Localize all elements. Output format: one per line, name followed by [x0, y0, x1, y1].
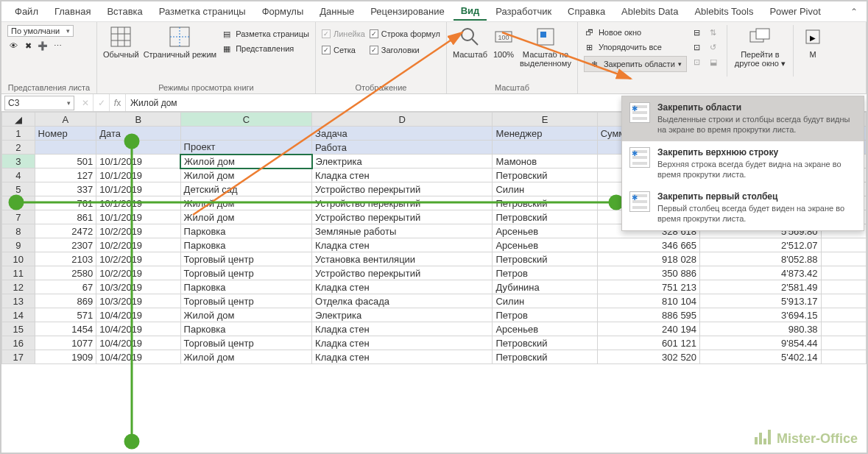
macros-button[interactable]: ▶ М [801, 25, 828, 59]
cell[interactable] [821, 308, 866, 322]
row-header[interactable]: 2 [2, 141, 35, 155]
cell[interactable]: Петровский [493, 336, 597, 350]
row-header[interactable]: 6 [2, 196, 35, 210]
row-header[interactable]: 11 [2, 266, 35, 280]
tab-file[interactable]: Файл [7, 3, 46, 20]
tab-developer[interactable]: Разработчик [488, 3, 559, 20]
tab-formulas[interactable]: Формулы [255, 3, 311, 20]
cell[interactable]: Детский сад [180, 182, 311, 196]
cell[interactable] [821, 336, 866, 350]
cell[interactable]: 571 [35, 308, 96, 322]
sheet-view-combo[interactable]: По умолчани [7, 25, 74, 37]
cell[interactable]: 5'402.14 [700, 350, 822, 364]
unhide-icon[interactable]: ⊡ [691, 56, 703, 68]
cell[interactable]: Мамонов [493, 155, 597, 169]
freeze-first-col-item[interactable]: ✱ Закрепить первый столбец Первый столбе… [622, 185, 864, 230]
tab-ablebits-data[interactable]: Ablebits Data [614, 3, 685, 20]
cell[interactable] [821, 280, 866, 294]
cell[interactable]: 10/1/2019 [96, 210, 180, 224]
cell[interactable]: Торговый центр [180, 336, 311, 350]
tab-ablebits-tools[interactable]: Ablebits Tools [687, 3, 761, 20]
cell[interactable]: 127 [35, 169, 96, 182]
cell[interactable]: 2580 [35, 266, 96, 280]
collapse-ribbon-icon[interactable]: ⌃ [847, 7, 861, 17]
tab-view[interactable]: Вид [454, 2, 487, 21]
header-cell[interactable]: Дата [96, 127, 180, 141]
tab-page-layout[interactable]: Разметка страницы [152, 3, 253, 20]
cell[interactable]: 9'854.44 [700, 336, 822, 350]
cell[interactable] [821, 350, 866, 364]
cell[interactable]: Кладка стен [312, 336, 493, 350]
cell[interactable]: 10/4/2019 [96, 350, 180, 364]
cell[interactable]: Устройство перекрытий [312, 266, 493, 280]
cell[interactable]: 10/1/2019 [96, 196, 180, 210]
zoom-100-button[interactable]: 100 100% [492, 25, 515, 59]
cell[interactable]: 501 [35, 155, 96, 169]
cell[interactable]: 5'913.17 [700, 294, 822, 308]
custom-views-button[interactable]: ▦Представления [221, 43, 309, 54]
row-header[interactable]: 3 [2, 155, 35, 169]
cell[interactable]: Жилой дом [180, 155, 311, 169]
cell[interactable]: 67 [35, 280, 96, 294]
col-header-E[interactable]: E [493, 113, 597, 127]
cell[interactable]: 1454 [35, 322, 96, 336]
cell[interactable] [821, 322, 866, 336]
cell[interactable]: 1077 [35, 336, 96, 350]
formula-bar-checkbox[interactable]: ✓Строка формул [370, 29, 440, 38]
col-header-C[interactable]: C [180, 113, 311, 127]
row-header[interactable]: 17 [2, 350, 35, 364]
sync-scroll-icon[interactable]: ⇅ [708, 26, 719, 38]
arrange-all-button[interactable]: ⊞Упорядочить все [584, 41, 687, 53]
cell[interactable]: 751 213 [597, 280, 699, 294]
cancel-formula-button[interactable]: ✕ [77, 94, 93, 111]
new-window-button[interactable]: 🗗Новое окно [584, 26, 687, 38]
options-icon[interactable]: ⋯ [52, 40, 63, 52]
row-header[interactable]: 4 [2, 169, 35, 182]
row-header[interactable]: 15 [2, 322, 35, 336]
cell[interactable]: 810 104 [597, 294, 699, 308]
enter-formula-button[interactable]: ✓ [93, 94, 110, 111]
cell[interactable]: Устройство перекрытий [312, 210, 493, 224]
cell[interactable]: Петров [493, 266, 597, 280]
cell[interactable]: 980.38 [700, 322, 822, 336]
cell[interactable]: 10/2/2019 [96, 224, 180, 238]
cell[interactable]: Петровский [493, 350, 597, 364]
header-cell[interactable]: Задача [312, 127, 493, 141]
cell[interactable]: 10/1/2019 [96, 182, 180, 196]
tab-help[interactable]: Справка [560, 3, 613, 20]
zoom-selection-button[interactable]: Масштаб повыделенному [520, 25, 571, 68]
cell[interactable]: 886 595 [597, 308, 699, 322]
cell[interactable]: 1909 [35, 350, 96, 364]
cell[interactable]: 350 886 [597, 266, 699, 280]
cell[interactable]: Арсеньев [493, 224, 597, 238]
header-cell[interactable]: Менеджер [493, 127, 597, 141]
cell[interactable]: Кладка стен [312, 280, 493, 294]
cell[interactable]: Петров [493, 308, 597, 322]
cell[interactable]: 2103 [35, 252, 96, 266]
reset-pos-icon[interactable]: ↺ [708, 41, 719, 53]
cell[interactable]: Арсеньев [493, 238, 597, 252]
tab-home[interactable]: Главная [47, 3, 98, 20]
cell[interactable] [821, 294, 866, 308]
cell[interactable]: 2472 [35, 224, 96, 238]
header-cell[interactable]: Работа [312, 141, 493, 155]
cell[interactable]: Петровский [493, 169, 597, 182]
cell[interactable]: 10/1/2019 [96, 169, 180, 182]
cell[interactable]: Отделка фасада [312, 294, 493, 308]
cell[interactable]: Установка вентиляции [312, 252, 493, 266]
cell[interactable]: 761 [35, 196, 96, 210]
cell[interactable]: 2307 [35, 238, 96, 252]
cell[interactable]: Земляные работы [312, 224, 493, 238]
cell[interactable]: Жилой дом [180, 169, 311, 182]
cell[interactable]: Силин [493, 294, 597, 308]
cell[interactable]: Торговый центр [180, 266, 311, 280]
cell[interactable]: 10/2/2019 [96, 252, 180, 266]
exit-icon[interactable]: ✖ [22, 40, 34, 52]
row-header[interactable]: 10 [2, 252, 35, 266]
cell[interactable]: Петровский [493, 196, 597, 210]
tab-power-pivot[interactable]: Power Pivot [762, 3, 828, 20]
tab-review[interactable]: Рецензирование [363, 3, 451, 20]
row-header[interactable]: 13 [2, 294, 35, 308]
cell[interactable]: Петровский [493, 210, 597, 224]
cell[interactable]: Жилой дом [180, 350, 311, 364]
